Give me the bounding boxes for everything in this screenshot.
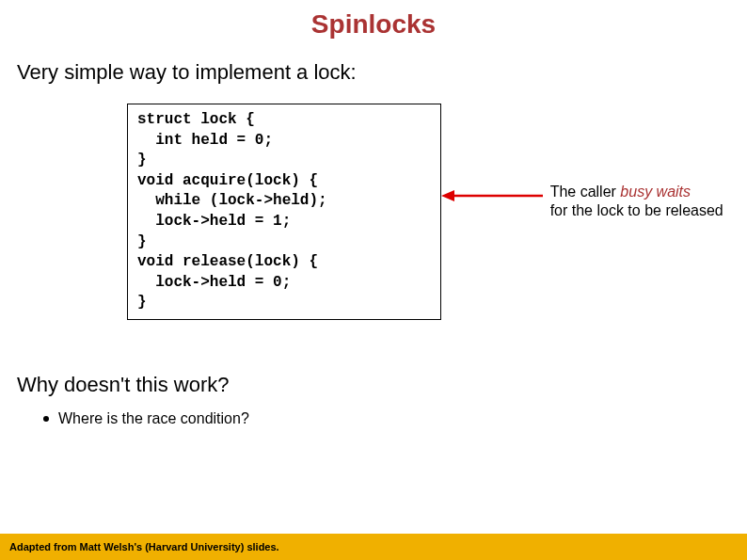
- page-title: Spinlocks: [0, 0, 747, 40]
- footer-bar: Adapted from Matt Welsh's (Harvard Unive…: [0, 534, 747, 560]
- arrow-cell: [441, 104, 545, 205]
- footer-text: Adapted from Matt Welsh's (Harvard Unive…: [9, 541, 279, 552]
- annotation-pre: The caller: [550, 184, 621, 200]
- svg-marker-1: [441, 190, 454, 201]
- question-text: Why doesn't this work?: [17, 373, 747, 397]
- annotation-post: for the lock to be released: [550, 202, 723, 218]
- intro-text: Very simple way to implement a lock:: [17, 60, 747, 85]
- content-row: struct lock { int held = 0; } void acqui…: [0, 104, 747, 320]
- bullet-icon: [43, 416, 49, 422]
- bullet-text: Where is the race condition?: [58, 410, 249, 427]
- arrow-icon: [441, 186, 545, 205]
- list-item: Where is the race condition?: [43, 410, 747, 427]
- code-block: struct lock { int held = 0; } void acqui…: [137, 110, 327, 313]
- code-box: struct lock { int held = 0; } void acqui…: [127, 104, 441, 320]
- annotation: The caller busy waits for the lock to be…: [550, 104, 723, 220]
- annotation-em: busy waits: [620, 184, 691, 200]
